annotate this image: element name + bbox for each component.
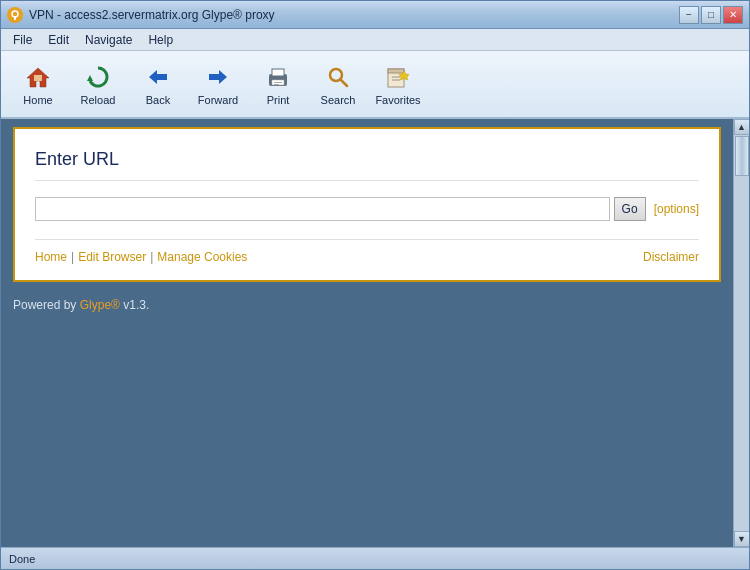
powered-by-label: Powered by (13, 298, 80, 312)
options-link[interactable]: [options] (654, 202, 699, 216)
content-area: Enter URL Go [options] Home | Edit Brows… (1, 119, 749, 547)
home-label: Home (23, 94, 52, 106)
search-icon (324, 63, 352, 91)
close-button[interactable]: ✕ (723, 6, 743, 24)
window-title: VPN - access2.servermatrix.org Glype® pr… (29, 8, 679, 22)
url-row: Go [options] (35, 197, 699, 221)
nav-links: Home | Edit Browser | Manage Cookies Dis… (35, 239, 699, 264)
favorites-button[interactable]: Favorites (369, 55, 427, 113)
reload-button[interactable]: Reload (69, 55, 127, 113)
nav-sep-2: | (150, 250, 153, 264)
print-label: Print (267, 94, 290, 106)
status-text: Done (9, 553, 35, 565)
forward-label: Forward (198, 94, 238, 106)
reload-label: Reload (81, 94, 116, 106)
menu-navigate[interactable]: Navigate (77, 31, 140, 49)
scroll-up-button[interactable]: ▲ (734, 119, 750, 135)
disclaimer-link[interactable]: Disclaimer (643, 250, 699, 264)
version-label: v1.3. (120, 298, 149, 312)
toolbar: Home Reload Back (1, 51, 749, 119)
nav-cookies-link[interactable]: Manage Cookies (157, 250, 247, 264)
glype-link[interactable]: Glype® (80, 298, 120, 312)
svg-rect-1 (14, 16, 16, 20)
forward-button[interactable]: Forward (189, 55, 247, 113)
nav-editbrowser-link[interactable]: Edit Browser (78, 250, 146, 264)
url-input[interactable] (35, 197, 610, 221)
browser-content: Enter URL Go [options] Home | Edit Brows… (1, 119, 733, 547)
nav-sep-1: | (71, 250, 74, 264)
svg-rect-15 (388, 69, 404, 73)
scroll-thumb[interactable] (735, 136, 749, 176)
menu-edit[interactable]: Edit (40, 31, 77, 49)
svg-rect-10 (274, 82, 282, 83)
svg-marker-4 (87, 75, 93, 81)
minimize-button[interactable]: − (679, 6, 699, 24)
svg-rect-11 (274, 84, 279, 85)
reload-icon (84, 63, 112, 91)
menu-bar: File Edit Navigate Help (1, 29, 749, 51)
menu-file[interactable]: File (5, 31, 40, 49)
status-bar: Done (1, 547, 749, 569)
home-icon (24, 63, 52, 91)
back-button[interactable]: Back (129, 55, 187, 113)
print-button[interactable]: Print (249, 55, 307, 113)
powered-by-text: Powered by Glype® v1.3. (1, 290, 733, 320)
back-label: Back (146, 94, 170, 106)
window-controls: − □ ✕ (679, 6, 743, 24)
forward-icon (204, 63, 232, 91)
menu-help[interactable]: Help (140, 31, 181, 49)
app-icon (7, 7, 23, 23)
svg-rect-3 (34, 75, 42, 81)
favorites-label: Favorites (375, 94, 420, 106)
home-button[interactable]: Home (9, 55, 67, 113)
svg-marker-5 (149, 70, 167, 84)
proxy-panel: Enter URL Go [options] Home | Edit Brows… (13, 127, 721, 282)
scrollbar: ▲ ▼ (733, 119, 749, 547)
search-label: Search (321, 94, 356, 106)
enter-url-title: Enter URL (35, 149, 699, 181)
scroll-track[interactable] (734, 135, 749, 531)
scroll-down-button[interactable]: ▼ (734, 531, 750, 547)
title-bar: VPN - access2.servermatrix.org Glype® pr… (1, 1, 749, 29)
svg-line-13 (341, 79, 348, 86)
app-window: VPN - access2.servermatrix.org Glype® pr… (0, 0, 750, 570)
maximize-button[interactable]: □ (701, 6, 721, 24)
nav-home-link[interactable]: Home (35, 250, 67, 264)
go-button[interactable]: Go (614, 197, 646, 221)
favorites-icon (384, 63, 412, 91)
back-icon (144, 63, 172, 91)
svg-marker-6 (209, 70, 227, 84)
search-button[interactable]: Search (309, 55, 367, 113)
print-icon (264, 63, 292, 91)
svg-rect-8 (272, 69, 284, 76)
